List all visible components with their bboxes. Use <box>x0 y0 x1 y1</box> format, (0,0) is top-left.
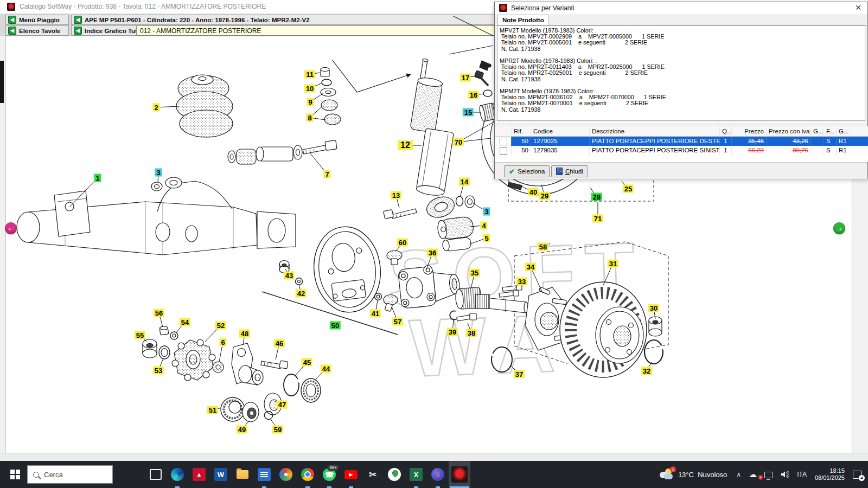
col-g1[interactable]: G... <box>811 126 824 136</box>
taskbar-icon-youtube[interactable]: ▶ <box>340 461 362 488</box>
part-label-7[interactable]: 7 <box>323 170 330 178</box>
col-f[interactable]: F... <box>824 126 837 136</box>
taskbar-icon-file-explorer[interactable] <box>232 461 253 488</box>
seleziona-button[interactable]: ✔ Seleziona <box>504 165 550 177</box>
taskbar-icon-whatsapp[interactable]: ☎99+ <box>318 461 340 488</box>
part-label-49[interactable]: 49 <box>237 426 247 434</box>
taskbar-icon-chrome[interactable] <box>297 461 318 488</box>
part-label-35[interactable]: 35 <box>469 269 480 277</box>
weather-widget[interactable]: 1 13°C Nuvoloso <box>654 468 732 480</box>
part-label-9[interactable]: 9 <box>307 98 314 106</box>
part-label-16[interactable]: 16 <box>468 91 479 99</box>
col-qta[interactable]: Q... <box>720 126 732 136</box>
table-row[interactable]: 50 1279035 PIATTO PORTACEPPI POSTERIORE … <box>495 146 868 155</box>
part-label-43[interactable]: 43 <box>284 272 295 280</box>
chiudi-button[interactable]: Chiudi <box>551 165 588 177</box>
dialog-close-icon[interactable]: ✕ <box>853 3 863 12</box>
part-label-31[interactable]: 31 <box>608 260 618 268</box>
taskbar-icon-snipping-tool[interactable]: ✂ <box>362 461 384 488</box>
part-label-8[interactable]: 8 <box>306 114 313 122</box>
part-label-32[interactable]: 32 <box>641 367 652 375</box>
dialog-titlebar[interactable]: Seleziona per Varianti ✕ <box>495 2 867 14</box>
part-label-30[interactable]: 30 <box>648 304 659 312</box>
col-rif[interactable]: Rif. <box>512 126 531 136</box>
part-label-6[interactable]: 6 <box>219 338 226 346</box>
part-label-2[interactable]: 2 <box>152 104 159 112</box>
part-label-13[interactable]: 13 <box>391 191 401 200</box>
part-label-50[interactable]: 50 <box>330 322 341 330</box>
part-label-46[interactable]: 46 <box>274 339 285 348</box>
part-label-25[interactable]: 25 <box>623 185 634 193</box>
part-label-33[interactable]: 33 <box>516 278 527 286</box>
language-indicator[interactable]: ITA <box>793 471 810 478</box>
start-button[interactable] <box>4 461 26 488</box>
next-table-button[interactable]: → <box>833 222 845 234</box>
part-label-41[interactable]: 41 <box>370 310 381 318</box>
part-label-48[interactable]: 48 <box>239 330 250 338</box>
part-label-60[interactable]: 60 <box>397 239 408 247</box>
part-label-51[interactable]: 51 <box>207 406 218 414</box>
part-label-70[interactable]: 70 <box>453 138 464 146</box>
part-label-11[interactable]: 11 <box>304 70 315 79</box>
part-label-44[interactable]: 44 <box>321 365 331 373</box>
action-center-icon[interactable]: 4 <box>849 471 868 479</box>
col-descrizione[interactable]: Descrizione <box>590 126 720 136</box>
taskbar-icon-softway-web[interactable]: S <box>427 461 449 488</box>
taskbar-icon-task-view[interactable] <box>145 461 167 488</box>
table-row-selected[interactable]: 50 1279025 PIATTO PORTACEPPI POSTERIORE … <box>495 137 868 146</box>
network-icon[interactable] <box>761 471 777 478</box>
taskbar-icon-management-app[interactable] <box>253 461 275 488</box>
part-label-40[interactable]: 40 <box>528 188 539 196</box>
row-checkbox[interactable] <box>500 138 507 145</box>
part-label-47[interactable]: 47 <box>277 401 288 409</box>
col-prezzo-iva[interactable]: Prezzo con iva <box>767 126 811 136</box>
col-g2[interactable]: G... <box>837 126 868 136</box>
part-label-56[interactable]: 56 <box>154 309 164 317</box>
volume-icon[interactable] <box>777 471 793 478</box>
col-codice[interactable]: Codice <box>531 126 590 136</box>
taskbar-icon-maps[interactable] <box>384 461 405 488</box>
part-label-4[interactable]: 4 <box>480 222 487 230</box>
onedrive-icon[interactable]: ☁ <box>745 470 761 479</box>
tray-chevron-icon[interactable]: ∧ <box>732 471 745 478</box>
previous-table-button[interactable]: ← <box>5 222 17 234</box>
part-label-28[interactable]: 28 <box>591 193 602 201</box>
col-prezzo[interactable]: Prezzo <box>732 126 767 136</box>
part-label-37[interactable]: 37 <box>514 370 525 378</box>
part-label-17[interactable]: 17 <box>460 74 471 82</box>
part-label-5[interactable]: 5 <box>483 234 490 242</box>
part-label-29[interactable]: 29 <box>539 192 550 200</box>
taskbar-icon-acrobat[interactable]: ▲ <box>188 461 210 488</box>
part-label-14[interactable]: 14 <box>459 178 470 186</box>
part-label-39[interactable]: 39 <box>447 328 458 336</box>
part-label-58[interactable]: 58 <box>538 243 548 251</box>
part-label-1[interactable]: 1 <box>94 174 101 182</box>
part-label-38[interactable]: 38 <box>466 329 477 337</box>
part-label-52[interactable]: 52 <box>215 322 226 330</box>
part-label-3[interactable]: 3 <box>483 208 490 216</box>
part-label-59[interactable]: 59 <box>272 426 283 434</box>
part-label-45[interactable]: 45 <box>302 358 312 367</box>
taskbar-icon-edge[interactable] <box>167 461 188 488</box>
part-label-54[interactable]: 54 <box>180 318 190 326</box>
part-label-36[interactable]: 36 <box>427 249 438 257</box>
part-label-3[interactable]: 3 <box>155 169 162 177</box>
tab-note-prodotto[interactable]: Note Prodotto <box>497 15 549 25</box>
part-label-71[interactable]: 71 <box>592 215 603 223</box>
part-label-53[interactable]: 53 <box>153 367 164 375</box>
taskbar-icon-photos[interactable] <box>275 461 297 488</box>
brake-drum <box>560 282 665 377</box>
part-label-55[interactable]: 55 <box>135 331 145 339</box>
taskbar-icon-word[interactable]: W <box>210 461 232 488</box>
taskbar-search-input[interactable]: Cerca <box>27 465 113 484</box>
part-label-42[interactable]: 42 <box>296 290 307 298</box>
part-label-10[interactable]: 10 <box>304 85 315 93</box>
part-label-57[interactable]: 57 <box>392 318 403 326</box>
row-checkbox[interactable] <box>500 147 507 155</box>
part-label-12[interactable]: 12 <box>398 140 413 150</box>
taskbar-icon-excel[interactable]: X <box>405 461 427 488</box>
taskbar-icon-catalogo-softway[interactable] <box>449 461 470 488</box>
part-label-15[interactable]: 15 <box>463 108 474 117</box>
clock[interactable]: 18:15 08/01/2025 <box>810 467 849 481</box>
part-label-34[interactable]: 34 <box>525 263 536 271</box>
